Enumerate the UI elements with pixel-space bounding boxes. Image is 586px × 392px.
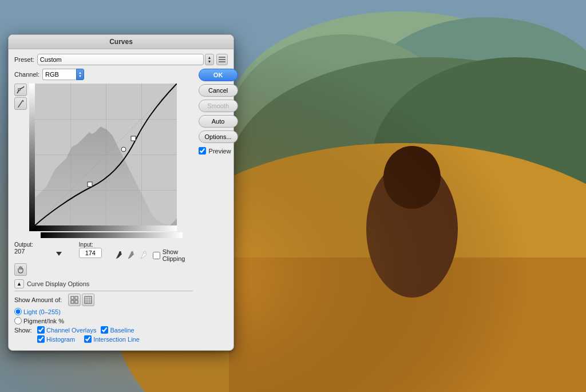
cancel-button[interactable]: Cancel bbox=[199, 84, 238, 97]
curve-tool-icon bbox=[16, 85, 25, 94]
auto-button[interactable]: Auto bbox=[199, 115, 238, 128]
svg-rect-26 bbox=[75, 296, 78, 299]
corner-triangle bbox=[170, 219, 177, 225]
svg-rect-29 bbox=[85, 296, 92, 303]
hand-tool-row bbox=[14, 263, 193, 276]
pigment-radio-label[interactable]: Pigment/Ink % bbox=[14, 317, 193, 324]
histogram-checkbox[interactable] bbox=[37, 335, 45, 343]
histogram-text: Histogram bbox=[46, 336, 75, 343]
white-eyedropper-btn[interactable] bbox=[138, 249, 148, 262]
channel-row: Channel: RGB Red Green Blue ▲ ▼ bbox=[14, 69, 193, 80]
channel-overlays-checkbox[interactable] bbox=[37, 326, 45, 334]
grid-large-btn[interactable] bbox=[82, 294, 94, 306]
right-panel: OK Cancel Smooth Auto Options... Preview bbox=[193, 69, 238, 345]
channel-select[interactable]: RGB Red Green Blue bbox=[42, 69, 77, 80]
preset-select[interactable]: Custom bbox=[37, 54, 204, 65]
gray-eyedropper-btn[interactable] bbox=[125, 249, 136, 262]
gradient-bar-bottom bbox=[35, 225, 177, 231]
light-label: Light (0–255) bbox=[23, 308, 61, 315]
svg-rect-25 bbox=[71, 296, 74, 299]
svg-point-21 bbox=[121, 147, 126, 152]
grid-small-btn[interactable] bbox=[68, 294, 81, 306]
expand-options-btn[interactable]: ▲ bbox=[14, 279, 24, 288]
curves-area bbox=[14, 84, 193, 238]
black-eyedropper-icon bbox=[114, 251, 123, 260]
input-field[interactable] bbox=[79, 248, 102, 258]
svg-point-22 bbox=[119, 251, 121, 254]
intersection-checkbox[interactable] bbox=[84, 335, 92, 343]
curve-point-tool[interactable] bbox=[14, 84, 27, 96]
output-input-section: Output: 207 Input: bbox=[14, 240, 193, 262]
light-radio-label[interactable]: Light (0–255) bbox=[14, 308, 193, 315]
show-clipping-row: Show Clipping bbox=[153, 248, 193, 262]
grid-large-icon bbox=[84, 296, 92, 304]
curves-graph-wrapper bbox=[29, 84, 193, 238]
pencil-icon bbox=[16, 99, 25, 108]
preview-row: Preview bbox=[199, 147, 238, 155]
preset-label: Preset: bbox=[14, 56, 34, 63]
show-clipping-checkbox[interactable] bbox=[153, 252, 160, 259]
baseline-label[interactable]: Baseline bbox=[101, 326, 134, 334]
grid-small-icon bbox=[70, 296, 78, 304]
preview-checkbox[interactable] bbox=[199, 147, 206, 155]
svg-rect-27 bbox=[71, 300, 74, 303]
gradient-h-bar bbox=[41, 232, 183, 238]
output-label: Output: bbox=[14, 241, 33, 248]
pigment-radio-row: Pigment/Ink % bbox=[14, 317, 193, 324]
svg-rect-19 bbox=[88, 182, 92, 187]
bottom-gradient-bar bbox=[29, 232, 193, 238]
black-eyedropper-btn[interactable] bbox=[113, 249, 124, 262]
hand-tool[interactable] bbox=[14, 263, 27, 276]
curve-svg bbox=[35, 84, 177, 225]
show-label: Show: bbox=[14, 327, 33, 334]
intersection-text: Intersection Line bbox=[93, 336, 140, 343]
graph-inner bbox=[35, 84, 177, 225]
svg-rect-28 bbox=[75, 300, 78, 303]
white-eyedropper-icon bbox=[138, 251, 148, 260]
main-content: Channel: RGB Red Green Blue ▲ ▼ bbox=[14, 69, 228, 345]
pencil-tool[interactable] bbox=[14, 97, 27, 110]
show-amount-row: Show Amount of: bbox=[14, 294, 193, 306]
triangle-indicator bbox=[56, 252, 62, 256]
grid-view-buttons bbox=[68, 294, 94, 306]
preset-stepper[interactable]: ▲ ▼ bbox=[205, 54, 214, 65]
slider-indicator bbox=[56, 252, 62, 256]
gray-eyedropper-icon bbox=[126, 251, 135, 260]
menu-icon bbox=[218, 56, 226, 63]
curve-display-title: Curve Display Options bbox=[27, 280, 89, 287]
baseline-text: Baseline bbox=[110, 327, 134, 334]
curves-dialog: Curves Preset: Custom ▲ ▼ bbox=[8, 34, 234, 351]
light-radio-row: Light (0–255) bbox=[14, 308, 193, 315]
channel-overlays-label[interactable]: Channel Overlays bbox=[37, 326, 96, 334]
svg-rect-14 bbox=[18, 89, 20, 90]
curves-graph[interactable] bbox=[29, 84, 177, 231]
svg-line-18 bbox=[35, 84, 177, 225]
dialog-title: Curves bbox=[109, 38, 133, 46]
show-amount-label: Show Amount of: bbox=[14, 296, 62, 303]
svg-line-15 bbox=[18, 100, 23, 107]
eyedropper-row: Show Clipping bbox=[113, 248, 193, 262]
show-clipping-label[interactable]: Show Clipping bbox=[163, 248, 193, 262]
ok-button[interactable]: OK bbox=[199, 69, 238, 81]
smooth-button[interactable]: Smooth bbox=[199, 100, 238, 112]
output-section: Output: 207 bbox=[14, 240, 33, 255]
svg-point-23 bbox=[131, 251, 133, 254]
preset-menu-btn[interactable] bbox=[216, 54, 228, 65]
svg-point-24 bbox=[144, 251, 146, 254]
gradient-bar-left bbox=[29, 84, 35, 231]
svg-rect-20 bbox=[131, 136, 136, 141]
show-row-2: Histogram Intersection Line bbox=[14, 335, 193, 343]
histogram-label[interactable]: Histogram bbox=[37, 335, 75, 343]
input-label: Input: bbox=[79, 241, 102, 248]
pigment-radio[interactable] bbox=[14, 317, 22, 324]
input-section: Input: bbox=[79, 240, 102, 258]
channel-select-wrapper: RGB Red Green Blue ▲ ▼ bbox=[42, 69, 84, 80]
baseline-checkbox[interactable] bbox=[101, 326, 108, 334]
curves-tools bbox=[14, 84, 27, 238]
channel-stepper[interactable]: ▲ ▼ bbox=[76, 69, 84, 80]
curve-display-options-header: ▲ Curve Display Options bbox=[14, 279, 193, 291]
intersection-label[interactable]: Intersection Line bbox=[84, 335, 140, 343]
light-radio[interactable] bbox=[14, 308, 22, 315]
options-button[interactable]: Options... bbox=[199, 130, 238, 143]
preview-label[interactable]: Preview bbox=[209, 148, 231, 155]
